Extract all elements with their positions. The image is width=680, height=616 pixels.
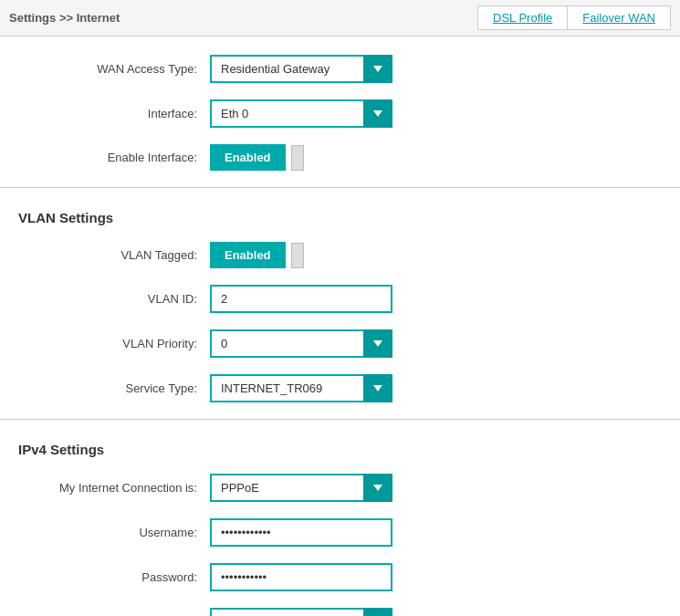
ipv4-divider: [0, 419, 680, 420]
interface-label: Interface:: [18, 107, 210, 120]
vlan-priority-row: VLAN Priority: 0: [0, 329, 680, 358]
service-type-label: Service Type:: [18, 381, 210, 395]
connection-type-select-wrap: PPPoE: [210, 474, 392, 502]
service-type-control: INTERNET_TR069: [210, 374, 392, 402]
username-input[interactable]: [210, 518, 392, 547]
vlan-tagged-label: VLAN Tagged:: [18, 248, 210, 262]
wan-access-type-label: WAN Access Type:: [18, 62, 210, 76]
breadcrumb: Settings >> Internet: [9, 11, 120, 25]
vlan-divider: [0, 187, 680, 188]
connection-type-control: PPPoE: [210, 474, 392, 502]
wan-access-type-row: WAN Access Type: Residential Gateway: [0, 55, 680, 83]
wan-access-type-control: Residential Gateway: [210, 55, 392, 83]
reconnect-mode-control: Always on: [210, 608, 392, 616]
service-type-row: Service Type: INTERNET_TR069: [0, 374, 680, 402]
password-label: Password:: [18, 570, 210, 584]
service-type-select[interactable]: INTERNET_TR069: [210, 374, 392, 402]
vlan-priority-select[interactable]: 0: [210, 329, 392, 358]
main-content: WAN Access Type: Residential Gateway Int…: [0, 37, 680, 616]
ipv4-section-title: IPv4 Settings: [0, 434, 680, 465]
enable-interface-indicator: [291, 145, 304, 171]
enable-interface-control: Enabled: [210, 144, 304, 171]
dsl-profile-link[interactable]: DSL Profile: [477, 5, 567, 30]
enable-interface-toggle[interactable]: Enabled: [210, 144, 286, 171]
service-type-select-wrap: INTERNET_TR069: [210, 374, 392, 402]
vlan-tagged-control: Enabled: [210, 242, 304, 268]
username-control: [210, 518, 392, 547]
enable-interface-row: Enable Interface: Enabled: [0, 144, 680, 171]
vlan-priority-select-wrap: 0: [210, 329, 392, 358]
vlan-id-row: VLAN ID:: [0, 285, 680, 313]
reconnect-mode-select-wrap: Always on: [210, 608, 392, 616]
connection-type-row: My Internet Connection is: PPPoE: [0, 474, 680, 502]
connection-type-select[interactable]: PPPoE: [210, 474, 392, 502]
failover-wan-link[interactable]: Failover WAN: [567, 5, 671, 30]
reconnect-mode-select[interactable]: Always on: [210, 608, 392, 616]
top-bar: Settings >> Internet DSL Profile Failove…: [0, 0, 680, 37]
password-input[interactable]: [210, 563, 392, 591]
vlan-tagged-toggle[interactable]: Enabled: [210, 242, 286, 268]
connection-type-label: My Internet Connection is:: [18, 481, 210, 495]
interface-row: Interface: Eth 0: [0, 99, 680, 128]
reconnect-mode-row: Reconnect Mode: Always on: [0, 608, 680, 616]
vlan-id-label: VLAN ID:: [18, 292, 210, 306]
password-row: Password:: [0, 563, 680, 591]
wan-access-type-select-wrap: Residential Gateway: [210, 55, 392, 83]
password-control: [210, 563, 392, 591]
vlan-tagged-row: VLAN Tagged: Enabled: [0, 242, 680, 268]
interface-control: Eth 0: [210, 99, 392, 128]
interface-select[interactable]: Eth 0: [210, 99, 392, 128]
username-row: Username:: [0, 518, 680, 547]
vlan-tagged-indicator: [291, 243, 304, 268]
vlan-id-input[interactable]: [210, 285, 392, 313]
interface-select-wrap: Eth 0: [210, 99, 392, 128]
top-links: DSL Profile Failover WAN: [477, 5, 671, 30]
enable-interface-label: Enable Interface:: [18, 151, 210, 164]
vlan-priority-label: VLAN Priority:: [18, 337, 210, 350]
vlan-id-control: [210, 285, 392, 313]
vlan-priority-control: 0: [210, 329, 392, 358]
vlan-section-title: VLAN Settings: [0, 203, 680, 233]
username-label: Username:: [18, 526, 210, 539]
wan-access-type-select[interactable]: Residential Gateway: [210, 55, 392, 83]
